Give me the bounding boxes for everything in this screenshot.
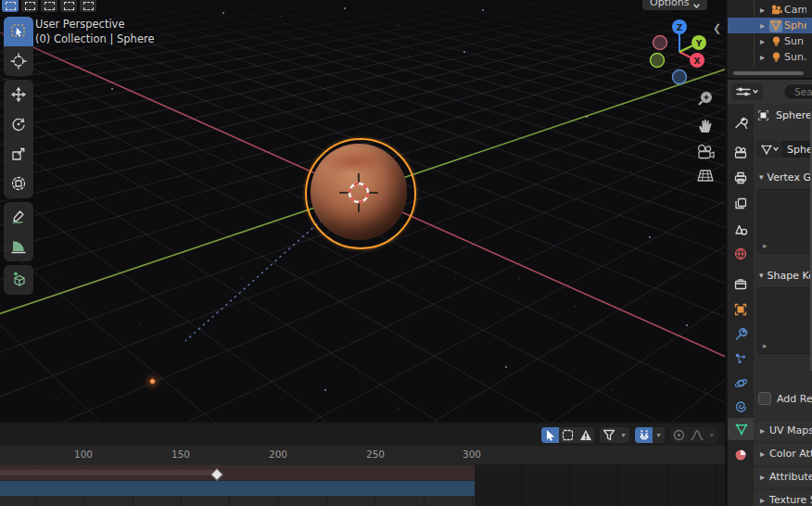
tab-physics[interactable] bbox=[728, 372, 754, 394]
list-expand-icon[interactable]: ▸ bbox=[763, 241, 768, 250]
object-name[interactable]: Sun bbox=[784, 35, 806, 47]
properties-editor[interactable]: Sphere Sphere ▾ Vertex Groups ▸ bbox=[728, 78, 812, 506]
expand-chevron-icon[interactable]: ▸ bbox=[760, 36, 768, 46]
navigation-gizmo[interactable]: Z Y X bbox=[648, 18, 713, 84]
chevron-down-icon: ▾ bbox=[759, 172, 764, 182]
tweak-select-button[interactable] bbox=[541, 427, 559, 443]
measure-tool-button[interactable] bbox=[4, 232, 33, 261]
select-mode-intersect-button[interactable] bbox=[80, 0, 96, 12]
color-attributes-panel[interactable]: ▸ Color Attributes bbox=[754, 443, 812, 463]
tab-object[interactable] bbox=[728, 298, 754, 321]
tab-render[interactable] bbox=[728, 141, 754, 163]
tab-output[interactable] bbox=[728, 167, 754, 189]
panel-label: Texture Space bbox=[769, 494, 812, 506]
attributes-panel[interactable]: ▸ Attributes bbox=[754, 466, 812, 487]
expand-chevron-icon[interactable]: ▸ bbox=[760, 52, 768, 62]
move-icon bbox=[10, 86, 27, 103]
tab-object-data[interactable] bbox=[728, 418, 755, 440]
options-dropdown[interactable]: Options bbox=[642, 0, 707, 10]
show-errors-button[interactable] bbox=[577, 427, 594, 443]
transform-tool-button[interactable] bbox=[4, 169, 33, 198]
tab-constraints[interactable] bbox=[728, 396, 754, 418]
vertex-groups-panel-header[interactable]: ▾ Vertex Groups bbox=[754, 169, 812, 185]
gizmo-axis-z-minus[interactable] bbox=[673, 70, 687, 84]
tab-world[interactable] bbox=[728, 243, 754, 265]
ruler-tick-300: 300 bbox=[453, 449, 490, 460]
summary-channel-row[interactable] bbox=[0, 465, 475, 480]
shape-keys-list[interactable]: ▸ bbox=[757, 287, 812, 354]
texture-space-panel[interactable]: ▸ Texture Space bbox=[754, 489, 812, 506]
editor-type-button[interactable] bbox=[731, 83, 763, 100]
outliner-row-sphere[interactable]: ▸ Sphere bbox=[728, 18, 812, 33]
outliner-editor[interactable]: ▸ Camera ▸ Sphere ▸ Sun ▸ Sun.001 bbox=[728, 0, 812, 77]
list-expand-icon[interactable]: ▸ bbox=[763, 341, 768, 350]
object-name[interactable]: Sun.001 bbox=[784, 51, 806, 63]
rotate-icon bbox=[10, 116, 27, 133]
tab-modifiers[interactable] bbox=[728, 323, 754, 346]
move-tool-button[interactable] bbox=[4, 80, 33, 109]
select-mode-set-button[interactable] bbox=[2, 0, 19, 12]
timeline-channels[interactable] bbox=[0, 464, 725, 506]
view-perspective-label: User Perspective bbox=[35, 17, 155, 32]
snap-options-dropdown[interactable]: ▾ bbox=[653, 427, 665, 443]
select-mode-extend-button[interactable] bbox=[21, 0, 38, 12]
gizmo-axis-y-minus[interactable] bbox=[651, 54, 665, 68]
outliner-row-sun[interactable]: ▸ Sun bbox=[728, 33, 812, 49]
select-mode-subtract-button[interactable] bbox=[41, 0, 57, 12]
outliner-row-sun-001[interactable]: ▸ Sun.001 bbox=[728, 49, 812, 65]
transform-icon bbox=[10, 175, 27, 192]
horizontal-scrollbar[interactable] bbox=[733, 71, 804, 75]
tab-view-layer[interactable] bbox=[728, 193, 754, 215]
box-select-button[interactable] bbox=[559, 427, 577, 443]
mesh-name-field[interactable]: Sphere bbox=[782, 141, 812, 158]
uv-maps-panel[interactable]: ▸ UV Maps bbox=[754, 420, 812, 440]
mesh-data-icon bbox=[761, 145, 772, 155]
zoom-icon[interactable] bbox=[696, 90, 715, 108]
tab-particles[interactable] bbox=[728, 348, 754, 370]
tab-scene[interactable] bbox=[728, 219, 754, 241]
add-cube-tool-button[interactable] bbox=[4, 265, 33, 295]
viewport-3d[interactable]: Options ❮ User Perspective (0) Collectio… bbox=[0, 0, 725, 422]
filter-button[interactable] bbox=[600, 427, 617, 443]
options-label: Options bbox=[650, 0, 689, 8]
proportional-falloff-button[interactable] bbox=[688, 427, 705, 443]
mesh-datablock-button[interactable] bbox=[756, 141, 782, 158]
toggle-ortho-icon[interactable] bbox=[696, 169, 715, 183]
cursor-tool-button[interactable] bbox=[4, 46, 33, 76]
breadcrumb-object-name[interactable]: Sphere bbox=[776, 109, 812, 121]
sidebar-toggle-arrow[interactable]: ❮ bbox=[713, 22, 721, 34]
object-name[interactable]: Sphere bbox=[784, 19, 806, 32]
outliner-row-camera[interactable]: ▸ Camera bbox=[728, 2, 812, 18]
gizmo-axis-x-minus[interactable] bbox=[653, 36, 667, 50]
magnet-icon bbox=[638, 429, 650, 441]
timeline-editor[interactable]: ▾ ▾ ▾ 100 150 200 250 300 bbox=[0, 422, 725, 506]
snap-toggle-button[interactable] bbox=[635, 427, 653, 443]
expand-chevron-icon[interactable]: ▸ bbox=[760, 20, 768, 31]
search-input[interactable] bbox=[793, 85, 812, 98]
object-name[interactable]: Camera bbox=[784, 4, 806, 16]
expand-chevron-icon[interactable]: ▸ bbox=[760, 5, 768, 15]
vertex-groups-list[interactable]: ▸ bbox=[757, 189, 812, 254]
add-cube-icon bbox=[10, 272, 27, 288]
annotate-tool-button[interactable] bbox=[4, 202, 33, 232]
select-mode-invert-button[interactable] bbox=[60, 0, 77, 12]
tab-material[interactable] bbox=[728, 444, 754, 466]
select-box-tool-button[interactable] bbox=[4, 17, 33, 46]
cursor-arrow-icon bbox=[16, 28, 21, 36]
scale-tool-button[interactable] bbox=[4, 139, 33, 169]
pan-hand-icon[interactable] bbox=[696, 117, 715, 135]
timeline-ruler[interactable]: 100 150 200 250 300 bbox=[0, 446, 725, 464]
filter-dropdown[interactable]: ▾ bbox=[617, 427, 629, 443]
falloff-dropdown[interactable]: ▾ bbox=[705, 427, 717, 443]
selected-channel-row[interactable] bbox=[0, 481, 475, 496]
annotate-pen-icon bbox=[10, 209, 27, 225]
shape-keys-panel-header[interactable]: ▾ Shape Keys bbox=[754, 267, 812, 284]
search-box[interactable] bbox=[783, 83, 812, 100]
rotate-tool-button[interactable] bbox=[4, 109, 33, 139]
tab-tool[interactable] bbox=[728, 111, 754, 133]
camera-view-icon[interactable] bbox=[695, 144, 716, 160]
add-rest-position-checkbox[interactable] bbox=[758, 392, 771, 405]
ruler-tick-150: 150 bbox=[162, 449, 199, 460]
proportional-editing-button[interactable] bbox=[670, 427, 688, 443]
tab-collection[interactable] bbox=[728, 272, 754, 295]
